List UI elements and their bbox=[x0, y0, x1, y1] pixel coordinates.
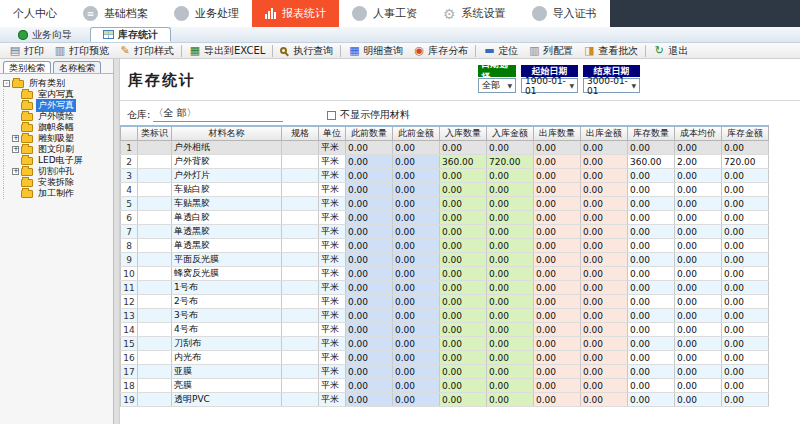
col-header-in-qty[interactable]: 入库数量 bbox=[440, 126, 487, 141]
cell-out-amount: 0.00 bbox=[581, 183, 628, 197]
cell-material-name: 平面反光膜 bbox=[172, 253, 282, 267]
col-header-category-id[interactable]: 类标识 bbox=[138, 126, 172, 141]
cell-category-id bbox=[138, 211, 172, 225]
tree-item-10[interactable]: 加工制作 bbox=[3, 188, 113, 199]
cell-row-no: 14 bbox=[121, 323, 138, 337]
table-row[interactable]: 10蜂窝反光膜平米0.000.000.000.000.000.000.000.0… bbox=[121, 267, 769, 281]
menu-item-hr-payroll[interactable]: 人事工资 bbox=[339, 0, 430, 27]
toolbar-column-config-button[interactable]: ▥列配置 bbox=[523, 44, 578, 58]
table-row[interactable]: 17亚膜平米0.000.000.000.000.000.000.000.000.… bbox=[121, 365, 769, 379]
toolbar-print-preview-button[interactable]: ▥打印预览 bbox=[49, 44, 114, 58]
toolbar-detail-query-button[interactable]: ▦明细查询 bbox=[343, 44, 408, 58]
table-row[interactable]: 5车贴黑胶平米0.000.000.000.000.000.000.000.000… bbox=[121, 197, 769, 211]
tab-name-search[interactable]: 名称检索 bbox=[53, 61, 101, 73]
document-tab-bar: 业务向导 库存统计 bbox=[0, 27, 800, 43]
menu-item-personal-center[interactable]: 个人中心 bbox=[0, 0, 70, 27]
col-header-material-name[interactable]: 材料名称 bbox=[172, 126, 282, 141]
globe-icon bbox=[18, 30, 28, 40]
toolbar-inventory-distribution-button[interactable]: ◉库存分布 bbox=[408, 44, 473, 58]
cell-spec bbox=[282, 393, 319, 407]
col-header-stock-qty[interactable]: 库存数量 bbox=[628, 126, 675, 141]
menu-item-system-settings[interactable]: ⚙系统设置 bbox=[430, 0, 519, 27]
date-mode-dropdown[interactable]: 全部 ▼ bbox=[478, 78, 516, 93]
expand-plus-icon[interactable]: + bbox=[12, 168, 19, 175]
cell-avg-cost: 0.00 bbox=[675, 309, 722, 323]
cell-stock-qty: 0.00 bbox=[628, 267, 675, 281]
col-header-unit[interactable]: 单位 bbox=[319, 126, 346, 141]
table-row[interactable]: 4车贴白胶平米0.000.000.000.000.000.000.000.000… bbox=[121, 183, 769, 197]
menu-item-business-process[interactable]: 业务处理 bbox=[161, 0, 252, 27]
toolbar-export-excel-button[interactable]: ▦导出到EXCEL bbox=[184, 44, 270, 58]
collapse-minus-icon[interactable]: - bbox=[3, 80, 10, 87]
expand-plus-icon[interactable]: + bbox=[12, 146, 19, 153]
cell-stock-qty: 0.00 bbox=[628, 183, 675, 197]
cell-in-qty: 0.00 bbox=[440, 379, 487, 393]
col-header-in-amount[interactable]: 入库金额 bbox=[487, 126, 534, 141]
table-row[interactable]: 133号布平米0.000.000.000.000.000.000.000.000… bbox=[121, 309, 769, 323]
start-date-dropdown[interactable]: 1900-01-01 ▼ bbox=[521, 78, 578, 93]
col-header-pre-amount[interactable]: 此前金额 bbox=[393, 126, 440, 141]
cell-row-no: 13 bbox=[121, 309, 138, 323]
menu-item-report-stats[interactable]: 报表统计 bbox=[252, 0, 339, 27]
date-mode-header: 日期选择 bbox=[478, 65, 516, 77]
table-row[interactable]: 2户外背胶平米0.000.00360.00720.000.000.00360.0… bbox=[121, 155, 769, 169]
toolbar-exit-button[interactable]: ↻退出 bbox=[648, 44, 693, 58]
col-header-stock-amount[interactable]: 库存金额 bbox=[722, 126, 769, 141]
menu-item-import-certificate[interactable]: 导入证书 bbox=[519, 0, 610, 27]
table-row[interactable]: 122号布平米0.000.000.000.000.000.000.000.000… bbox=[121, 295, 769, 309]
cell-pre-qty: 0.00 bbox=[346, 253, 393, 267]
cell-in-amount: 0.00 bbox=[487, 211, 534, 225]
table-row[interactable]: 111号布平米0.000.000.000.000.000.000.000.000… bbox=[121, 281, 769, 295]
col-header-out-qty[interactable]: 出库数量 bbox=[534, 126, 581, 141]
tab-inventory-stats[interactable]: 库存统计 bbox=[90, 27, 171, 42]
expand-plus-icon[interactable]: + bbox=[12, 135, 19, 142]
table-row[interactable]: 19透明PVC平米0.000.000.000.000.000.000.000.0… bbox=[121, 393, 769, 407]
cell-spec bbox=[282, 211, 319, 225]
warehouse-input[interactable]: 〈全 部〉 bbox=[153, 106, 283, 122]
table-row[interactable]: 3户外灯片平米0.000.000.000.000.000.000.000.000… bbox=[121, 169, 769, 183]
cell-in-amount: 0.00 bbox=[487, 141, 534, 155]
cell-material-name: 车贴黑胶 bbox=[172, 197, 282, 211]
table-row[interactable]: 1户外相纸平米0.000.000.000.000.000.000.000.000… bbox=[121, 141, 769, 155]
toolbar-print-button[interactable]: ▤打印 bbox=[4, 44, 49, 58]
toolbar-print-style-button[interactable]: ✎打印样式 bbox=[114, 44, 179, 58]
hide-disabled-materials[interactable]: 不显示停用材料 bbox=[327, 108, 410, 122]
cell-pre-amount: 0.00 bbox=[393, 155, 440, 169]
excel-icon: ▦ bbox=[189, 45, 201, 56]
cell-pre-amount: 0.00 bbox=[393, 169, 440, 183]
col-header-spec[interactable]: 规格 bbox=[282, 126, 319, 141]
menu-item-base-archive[interactable]: ≡基础档案 bbox=[70, 0, 161, 27]
col-header-pre-qty[interactable]: 此前数量 bbox=[346, 126, 393, 141]
table-row[interactable]: 18亮膜平米0.000.000.000.000.000.000.000.000.… bbox=[121, 379, 769, 393]
process-icon bbox=[174, 6, 189, 21]
table-row[interactable]: 16内光布平米0.000.000.000.000.000.000.000.000… bbox=[121, 351, 769, 365]
panel-splitter[interactable] bbox=[113, 59, 120, 424]
tab-business-wizard[interactable]: 业务向导 bbox=[6, 27, 84, 42]
toolbar-locate-button[interactable]: ▬定位 bbox=[478, 44, 523, 58]
checkbox-icon[interactable] bbox=[327, 111, 336, 120]
cell-pre-amount: 0.00 bbox=[393, 337, 440, 351]
table-row[interactable]: 144号布平米0.000.000.000.000.000.000.000.000… bbox=[121, 323, 769, 337]
cell-in-qty: 0.00 bbox=[440, 365, 487, 379]
cell-material-name: 亮膜 bbox=[172, 379, 282, 393]
tab-category-search[interactable]: 类别检索 bbox=[3, 61, 51, 73]
table-row[interactable]: 9平面反光膜平米0.000.000.000.000.000.000.000.00… bbox=[121, 253, 769, 267]
col-header-row-no[interactable] bbox=[121, 126, 138, 141]
end-date-dropdown[interactable]: 3000-01-01 ▼ bbox=[583, 78, 640, 93]
table-row[interactable]: 6单透白胶平米0.000.000.000.000.000.000.000.000… bbox=[121, 211, 769, 225]
cell-avg-cost: 0.00 bbox=[675, 253, 722, 267]
col-header-avg-cost[interactable]: 成本均价 bbox=[675, 126, 722, 141]
table-row[interactable]: 7单透黑胶平米0.000.000.000.000.000.000.000.000… bbox=[121, 225, 769, 239]
cell-material-name: 户外背胶 bbox=[172, 155, 282, 169]
folder-icon bbox=[21, 113, 33, 121]
toolbar-label: 退出 bbox=[668, 44, 688, 58]
table-row[interactable]: 8单透黑胶平米0.000.000.000.000.000.000.000.000… bbox=[121, 239, 769, 253]
table-row[interactable]: 15刀刮布平米0.000.000.000.000.000.000.000.000… bbox=[121, 337, 769, 351]
cell-pre-qty: 0.00 bbox=[346, 183, 393, 197]
col-header-out-amount[interactable]: 出库金额 bbox=[581, 126, 628, 141]
toolbar-view-batch-button[interactable]: ◨查看批次 bbox=[578, 44, 643, 58]
cell-stock-qty: 0.00 bbox=[628, 281, 675, 295]
toolbar-label: 执行查询 bbox=[293, 44, 333, 58]
toolbar-run-query-button[interactable]: 执行查询 bbox=[275, 44, 338, 58]
cell-out-qty: 0.00 bbox=[534, 211, 581, 225]
